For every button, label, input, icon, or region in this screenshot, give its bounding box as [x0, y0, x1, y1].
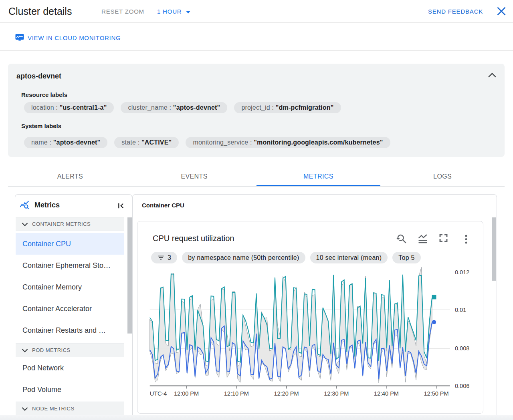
svg-text:UTC-4: UTC-4 — [150, 390, 167, 397]
svg-text:0.008: 0.008 — [455, 345, 469, 352]
svg-text:12:50 PM: 12:50 PM — [424, 390, 449, 397]
svg-text:12:00 PM: 12:00 PM — [174, 390, 199, 397]
svg-text:12:10 PM: 12:10 PM — [224, 390, 249, 397]
svg-text:12:20 PM: 12:20 PM — [274, 390, 299, 397]
svg-text:12:40 PM: 12:40 PM — [374, 390, 399, 397]
svg-text:0.01: 0.01 — [455, 307, 466, 313]
svg-text:12:30 PM: 12:30 PM — [324, 390, 349, 397]
svg-text:0.012: 0.012 — [455, 269, 469, 275]
svg-text:0.006: 0.006 — [455, 383, 469, 389]
